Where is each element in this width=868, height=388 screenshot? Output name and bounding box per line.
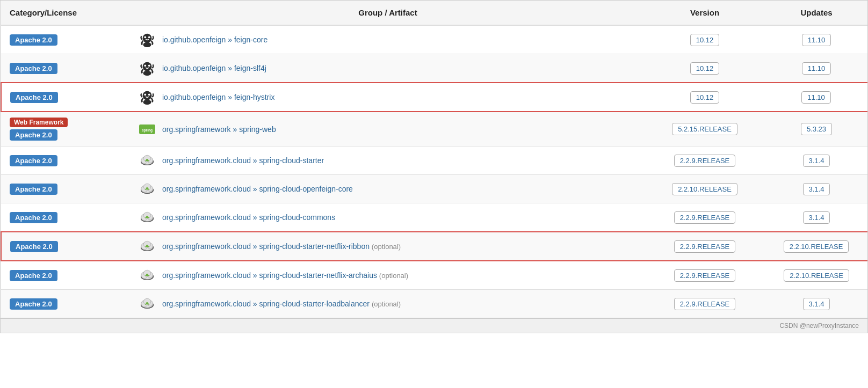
license-badge[interactable]: Apache 2.0	[10, 241, 58, 252]
artifact-name[interactable]: org.springframework.cloud » spring-cloud…	[162, 156, 324, 165]
svg-point-91	[146, 302, 149, 305]
version-cell: 10.12	[646, 83, 764, 112]
cloud-icon	[139, 238, 156, 255]
updates-badge[interactable]: 5.3.23	[801, 123, 832, 135]
header-category: Category/License	[1, 1, 130, 25]
version-badge[interactable]: 2.2.9.RELEASE	[674, 240, 736, 253]
spring-icon: spring	[139, 121, 156, 138]
license-badge[interactable]: Apache 2.0	[10, 155, 57, 166]
version-badge[interactable]: 5.2.15.RELEASE	[672, 123, 737, 135]
artifact-id: spring-web	[239, 125, 276, 134]
group-cell: io.github.openfeign » feign-slf4j	[130, 54, 646, 83]
octocat-icon	[139, 60, 156, 77]
svg-point-10	[144, 93, 146, 96]
category-cell: Apache 2.0	[1, 25, 130, 54]
updates-cell: 3.1.4	[764, 203, 868, 232]
table-row: Apache 2.0 io.github.openfeign » feign-s…	[1, 54, 868, 83]
updates-badge[interactable]: 2.2.10.RELEASE	[784, 240, 849, 253]
version-badge[interactable]: 10.12	[690, 62, 720, 75]
version-cell: 2.2.9.RELEASE	[646, 147, 764, 175]
group-cell: org.springframework.cloud » spring-cloud…	[130, 261, 646, 290]
license-badge[interactable]: Apache 2.0	[10, 184, 57, 195]
artifact-group: org.springframework.cloud	[162, 156, 251, 165]
version-cell: 10.12	[646, 25, 764, 54]
artifact-link[interactable]: org.springframework.cloud » spring-cloud…	[162, 213, 335, 222]
version-cell: 2.2.9.RELEASE	[646, 232, 764, 261]
artifact-name[interactable]: org.springframework » spring-web	[162, 125, 276, 134]
artifact-group: io.github.openfeign	[162, 35, 226, 44]
updates-badge[interactable]: 3.1.4	[803, 155, 830, 167]
group-cell: org.springframework.cloud » spring-cloud…	[130, 147, 646, 175]
updates-badge[interactable]: 3.1.4	[803, 211, 830, 224]
group-cell: io.github.openfeign » feign-hystrix	[130, 83, 646, 112]
updates-cell: 2.2.10.RELEASE	[764, 261, 868, 290]
artifact-link[interactable]: io.github.openfeign » feign-hystrix	[162, 93, 274, 101]
artifact-name[interactable]: org.springframework.cloud » spring-cloud…	[162, 213, 335, 222]
category-cell: Apache 2.0	[1, 83, 130, 112]
artifact-name[interactable]: org.springframework.cloud » spring-cloud…	[162, 185, 353, 193]
artifact-link[interactable]: io.github.openfeign » feign-slf4j	[162, 64, 266, 72]
artifact-id: spring-cloud-commons	[259, 213, 336, 222]
version-badge[interactable]: 10.12	[690, 91, 720, 104]
artifact-name[interactable]: org.springframework.cloud » spring-cloud…	[162, 299, 401, 308]
artifact-id: spring-cloud-starter	[259, 156, 324, 165]
license-badge[interactable]: Apache 2.0	[10, 270, 57, 281]
header-group: Group / Artifact	[130, 1, 646, 25]
artifact-id: spring-cloud-starter-netflix-archaius	[259, 271, 377, 280]
artifact-link[interactable]: io.github.openfeign » feign-core	[162, 35, 267, 44]
cloud-icon	[139, 152, 156, 169]
license-badge[interactable]: Apache 2.0	[10, 63, 57, 74]
updates-badge[interactable]: 2.2.10.RELEASE	[784, 269, 849, 282]
updates-badge[interactable]: 3.1.4	[803, 298, 830, 310]
updates-badge[interactable]: 3.1.4	[803, 183, 830, 195]
license-badge[interactable]: Apache 2.0	[10, 34, 57, 46]
artifact-link[interactable]: org.springframework.cloud » spring-cloud…	[162, 299, 401, 308]
category-cell: Apache 2.0	[1, 54, 130, 83]
artifact-link[interactable]: org.springframework » spring-web	[162, 125, 276, 134]
category-cell: Apache 2.0	[1, 175, 130, 203]
artifact-link[interactable]: org.springframework.cloud » spring-cloud…	[162, 242, 401, 251]
category-cell: Apache 2.0	[1, 290, 130, 318]
version-badge[interactable]: 2.2.9.RELEASE	[674, 211, 736, 224]
version-badge[interactable]: 2.2.9.RELEASE	[674, 155, 736, 167]
version-badge[interactable]: 2.2.10.RELEASE	[672, 183, 737, 195]
artifact-name[interactable]: io.github.openfeign » feign-slf4j	[162, 64, 266, 72]
artifact-group: org.springframework.cloud	[162, 213, 251, 222]
version-cell: 2.2.9.RELEASE	[646, 203, 764, 232]
updates-badge[interactable]: 11.10	[802, 34, 831, 46]
version-badge[interactable]: 2.2.9.RELEASE	[674, 298, 736, 310]
group-cell: spring org.springframework » spring-web	[130, 112, 646, 147]
artifact-name[interactable]: org.springframework.cloud » spring-cloud…	[162, 242, 401, 251]
updates-cell: 3.1.4	[764, 175, 868, 203]
license-badge[interactable]: Apache 2.0	[10, 212, 57, 223]
artifact-name[interactable]: org.springframework.cloud » spring-cloud…	[162, 271, 408, 280]
license-badge[interactable]: Apache 2.0	[10, 129, 57, 141]
svg-point-52	[146, 216, 149, 218]
category-cell: Apache 2.0	[1, 232, 130, 261]
updates-cell: 5.3.23	[764, 112, 868, 147]
license-badge[interactable]: Apache 2.0	[10, 92, 58, 103]
cloud-icon	[139, 295, 156, 312]
svg-point-1	[143, 42, 151, 47]
dependency-table-container: Category/License Group / Artifact Versio…	[0, 0, 868, 333]
version-badge[interactable]: 2.2.9.RELEASE	[674, 269, 736, 282]
updates-badge[interactable]: 11.10	[801, 91, 831, 104]
web-framework-badge: Web Framework	[10, 118, 68, 127]
svg-point-39	[146, 187, 149, 190]
group-cell: org.springframework.cloud » spring-cloud…	[130, 175, 646, 203]
svg-point-4	[143, 62, 152, 71]
artifact-id: spring-cloud-starter-loadbalancer	[259, 299, 370, 308]
artifact-link[interactable]: org.springframework.cloud » spring-cloud…	[162, 156, 324, 165]
artifact-id: spring-cloud-starter-netflix-ribbon	[259, 242, 370, 251]
updates-cell: 11.10	[764, 83, 868, 112]
artifact-name[interactable]: io.github.openfeign » feign-core	[162, 35, 267, 44]
artifact-link[interactable]: org.springframework.cloud » spring-cloud…	[162, 271, 408, 280]
artifact-link[interactable]: org.springframework.cloud » spring-cloud…	[162, 185, 353, 193]
updates-badge[interactable]: 11.10	[802, 62, 831, 75]
artifact-name[interactable]: io.github.openfeign » feign-hystrix	[162, 93, 274, 101]
group-cell: io.github.openfeign » feign-core	[130, 25, 646, 54]
version-badge[interactable]: 10.12	[690, 34, 720, 46]
version-cell: 2.2.9.RELEASE	[646, 261, 764, 290]
svg-point-7	[148, 64, 150, 67]
license-badge[interactable]: Apache 2.0	[10, 298, 57, 310]
